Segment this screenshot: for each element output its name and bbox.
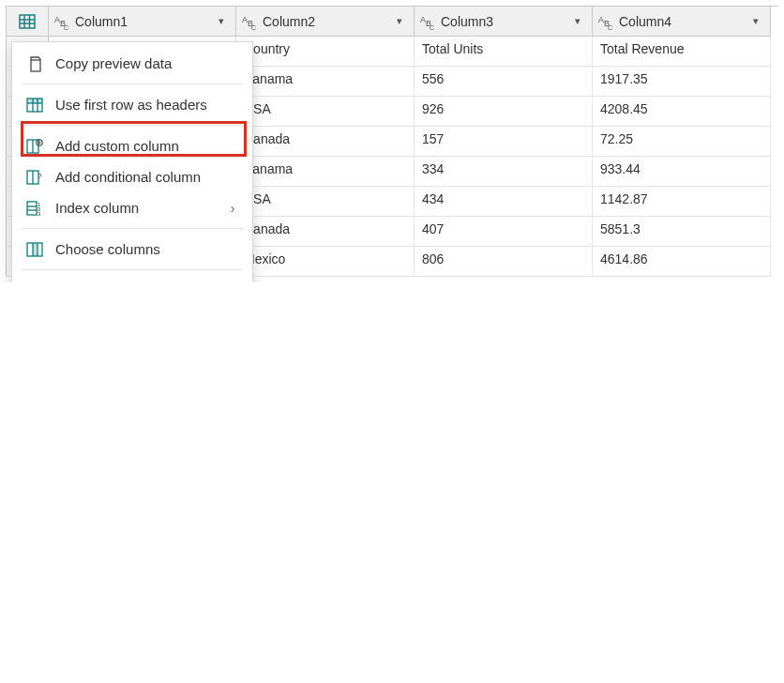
cell-col2[interactable]: USA xyxy=(236,97,415,127)
menu-label: Choose columns xyxy=(55,241,239,257)
cell-col2[interactable]: Panama xyxy=(236,67,415,97)
cell-col4[interactable]: 933.44 xyxy=(593,157,771,187)
keep-top-icon xyxy=(25,281,44,283)
menu-add-custom-column[interactable]: Add custom column xyxy=(12,130,252,161)
svg-text:C: C xyxy=(251,24,256,31)
menu-separator xyxy=(22,269,243,270)
svg-text:C: C xyxy=(608,24,612,31)
cell-col3[interactable]: 556 xyxy=(415,67,593,97)
cell-col3[interactable]: 157 xyxy=(415,127,593,157)
cell-col2[interactable]: Country xyxy=(236,37,415,67)
headers-icon xyxy=(25,96,44,114)
menu-use-first-row-as-headers[interactable]: Use first row as headers xyxy=(12,89,252,120)
svg-text:C: C xyxy=(64,24,68,31)
column-4-label: Column4 xyxy=(619,14,744,29)
menu-separator xyxy=(22,228,243,229)
copy-icon xyxy=(25,54,44,73)
cell-col4[interactable]: Total Revenue xyxy=(593,37,771,67)
svg-rect-38 xyxy=(33,243,38,256)
datatype-text-icon: ABC xyxy=(53,12,71,31)
cell-col2[interactable]: Canada xyxy=(236,217,415,247)
cell-col3[interactable]: 926 xyxy=(415,97,593,127)
cell-col4[interactable]: 5851.3 xyxy=(593,217,771,247)
submenu-arrow-icon: › xyxy=(226,201,239,216)
datatype-text-icon: ABC xyxy=(418,12,437,31)
cell-col2[interactable]: Panama xyxy=(236,157,415,187)
svg-text:?: ? xyxy=(38,172,42,180)
cell-col2[interactable]: Canada xyxy=(236,127,415,157)
column-header-4[interactable]: ABC Column4 xyxy=(593,7,771,37)
svg-rect-29 xyxy=(27,202,37,215)
cell-col3[interactable]: 434 xyxy=(415,187,593,217)
cell-col3[interactable]: 806 xyxy=(415,247,593,277)
choose-columns-icon xyxy=(25,240,44,259)
cell-col3[interactable]: 334 xyxy=(415,157,593,187)
datatype-text-icon: ABC xyxy=(240,12,259,31)
menu-separator xyxy=(22,83,243,84)
svg-text:C: C xyxy=(430,24,434,31)
cell-col4[interactable]: 4208.45 xyxy=(593,97,771,127)
cell-col2[interactable]: Mexico xyxy=(236,247,415,277)
menu-label: Index column xyxy=(55,200,215,216)
menu-label: Add custom column xyxy=(55,138,239,154)
menu-keep-top-rows[interactable]: Keep top rows xyxy=(12,275,252,282)
menu-index-column[interactable]: 123 Index column › xyxy=(12,192,252,223)
column-header-1[interactable]: ABC Column1 xyxy=(49,7,236,37)
filter-dropdown-icon[interactable] xyxy=(387,9,412,34)
cell-col4[interactable]: 1142.87 xyxy=(593,187,771,217)
svg-rect-22 xyxy=(27,99,42,103)
column-2-label: Column2 xyxy=(263,14,387,29)
menu-copy-preview-data[interactable]: Copy preview data xyxy=(12,48,252,79)
cell-col4[interactable]: 1917.35 xyxy=(593,67,771,97)
menu-label: Add conditional column xyxy=(55,169,239,185)
filter-dropdown-icon[interactable] xyxy=(209,9,234,34)
query-preview-grid: ABC Column1 ABC Column2 ABC Column3 ABC … xyxy=(6,6,778,277)
menu-label: Use first row as headers xyxy=(55,97,239,113)
conditional-column-icon: ? xyxy=(25,168,44,187)
index-column-icon: 123 xyxy=(25,199,44,218)
column-3-label: Column3 xyxy=(441,14,565,29)
table-icon xyxy=(18,12,37,31)
menu-separator xyxy=(22,125,243,126)
filter-dropdown-icon[interactable] xyxy=(744,9,768,34)
table-menu-corner[interactable] xyxy=(6,7,49,37)
table-context-menu: Copy preview data Use first row as heade… xyxy=(11,41,253,282)
cell-col3[interactable]: Total Units xyxy=(415,37,593,67)
cell-col3[interactable]: 407 xyxy=(415,217,593,247)
filter-dropdown-icon[interactable] xyxy=(565,9,590,34)
menu-label: Copy preview data xyxy=(55,55,239,71)
column-1-label: Column1 xyxy=(75,14,209,29)
column-header-3[interactable]: ABC Column3 xyxy=(415,7,593,37)
cell-col4[interactable]: 72.25 xyxy=(593,127,771,157)
cell-col4[interactable]: 4614.86 xyxy=(593,247,771,277)
menu-choose-columns[interactable]: Choose columns xyxy=(12,234,252,265)
cell-col2[interactable]: USA xyxy=(236,187,415,217)
menu-add-conditional-column[interactable]: ? Add conditional column xyxy=(12,161,252,192)
svg-text:3: 3 xyxy=(38,211,41,217)
svg-rect-0 xyxy=(20,15,35,28)
custom-column-icon xyxy=(25,137,44,156)
datatype-text-icon: ABC xyxy=(596,12,615,31)
column-header-row: ABC Column1 ABC Column2 ABC Column3 ABC … xyxy=(6,6,778,37)
column-header-2[interactable]: ABC Column2 xyxy=(236,7,415,37)
svg-rect-17 xyxy=(31,60,40,71)
